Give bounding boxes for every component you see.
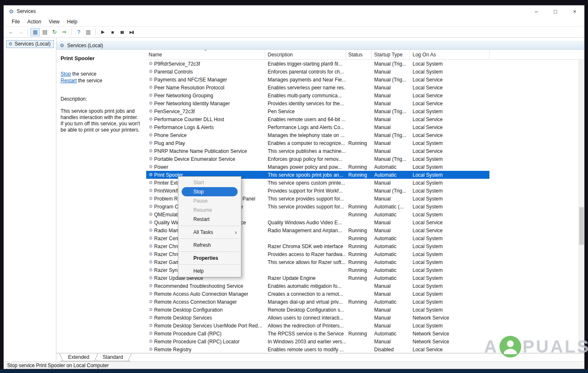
startup-type-cell: Manual (Trig... — [372, 156, 410, 162]
table-row[interactable]: ⚙Remote Procedure Call (RPC) LocatorIn W… — [146, 337, 489, 345]
service-gear-icon: ⚙ — [147, 165, 154, 169]
context-menu-item-stop[interactable]: Stop — [182, 187, 238, 196]
service-name: PenService_72c3f — [154, 109, 195, 114]
table-row[interactable]: ⚙Remote RegistryEnables remote users to … — [146, 345, 489, 353]
forward-icon[interactable]: → — [16, 28, 25, 36]
service-status-cell: Running — [346, 299, 372, 305]
tab-extended[interactable]: Extended — [61, 353, 97, 361]
service-description-cell: This service provides support for... — [265, 196, 346, 202]
menu-item-label: Resume — [193, 207, 212, 213]
menu-view[interactable]: View — [45, 18, 63, 25]
table-row[interactable]: ⚙Remote Access Auto Connection ManagerCr… — [146, 290, 489, 298]
service-name-cell: ⚙Remote Procedure Call (RPC) Locator — [146, 339, 265, 345]
startup-type-cell: Automatic — [372, 275, 410, 281]
startup-type-cell: Manual — [372, 85, 410, 91]
stop-service-link[interactable]: Stop — [61, 71, 71, 77]
table-row[interactable]: ⚙Portable Device Enumerator ServiceEnfor… — [146, 155, 489, 163]
context-menu-item-all-tasks[interactable]: All Tasks› — [178, 228, 241, 237]
title-bar[interactable]: ⚙ Services –□× — [4, 5, 584, 17]
service-name-cell: ⚙Remote Registry — [146, 347, 265, 353]
column-header-name[interactable]: Name^ — [146, 50, 265, 59]
service-status-cell: Running — [346, 275, 372, 281]
column-header-log-on-as[interactable]: Log On As — [410, 50, 489, 59]
stop-service-icon[interactable]: ■ — [108, 28, 117, 36]
context-menu-item-properties[interactable]: Properties — [178, 254, 241, 263]
service-name-cell: ⚙Performance Counter DLL Host — [146, 117, 265, 122]
service-name: Remote Desktop Configuration — [154, 307, 223, 313]
service-description-cell: Enforces group policy for remov... — [265, 156, 346, 162]
banner-label: Services (Local) — [67, 43, 103, 48]
startup-type-cell: Manual — [372, 140, 410, 146]
startup-type-cell: Manual — [372, 323, 410, 329]
column-header-status[interactable]: Status — [346, 50, 372, 59]
table-row[interactable]: ⚙Remote Desktop ServicesAllows users to … — [146, 314, 489, 322]
service-gear-icon: ⚙ — [147, 61, 154, 66]
tab-standard[interactable]: Standard — [95, 353, 131, 361]
startup-type-cell: Manual — [372, 307, 410, 313]
scrollbar-thumb[interactable] — [579, 207, 584, 245]
back-icon[interactable]: ← — [6, 28, 15, 36]
table-row[interactable]: ⚙Performance Logs & AlertsPerformance Lo… — [146, 123, 489, 131]
maximize-button[interactable]: □ — [546, 5, 565, 17]
table-row[interactable]: ⚙P9RdrService_72c3fEnables trigger-start… — [146, 60, 489, 68]
service-description: This service spools print jobs and handl… — [61, 108, 141, 133]
show-console-tree-icon[interactable]: ▦ — [30, 28, 40, 36]
table-row[interactable]: ⚙Phone ServiceManages the telephony stat… — [146, 131, 489, 139]
table-row[interactable]: ⚙Remote Desktop Services UserMode Port R… — [146, 322, 489, 330]
service-description-cell: Performance Logs and Alerts Co... — [265, 124, 346, 130]
context-menu-item-restart[interactable]: Restart — [178, 215, 241, 224]
console-tree-pane: ⚙ Services (Local) — [4, 38, 56, 361]
table-row[interactable]: ⚙Plug and PlayEnables a computer to reco… — [146, 139, 489, 147]
table-row[interactable]: ⚙Recommended Troubleshooting ServiceEnab… — [146, 282, 489, 290]
selected-service-title: Print Spooler — [61, 55, 142, 61]
service-name: Phone Service — [154, 132, 187, 138]
service-name: Power — [154, 164, 168, 170]
table-row[interactable]: ⚙Performance Counter DLL HostEnables rem… — [146, 115, 489, 123]
resume-service-icon[interactable]: ▶▮ — [127, 28, 136, 36]
export-list-icon[interactable]: ⇒ — [59, 28, 68, 36]
column-header-description[interactable]: Description — [265, 50, 346, 59]
table-row[interactable]: ⚙Remote Access Connection ManagerManages… — [146, 298, 489, 306]
pause-service-icon[interactable]: ▮▮ — [117, 28, 127, 36]
menu-action[interactable]: Action — [23, 18, 45, 25]
startup-type-cell: Automatic — [372, 172, 410, 178]
table-row[interactable]: ⚙Remote Procedure Call (RPC)The RPCSS se… — [146, 330, 489, 337]
table-row[interactable]: ⚙PNRP Machine Name Publication ServiceTh… — [146, 147, 489, 155]
service-status-cell: Running — [346, 236, 372, 241]
service-description-cell: Manages power policy and pow... — [265, 164, 346, 170]
service-status-cell: Running — [346, 259, 372, 265]
properties-icon[interactable]: ▤ — [40, 28, 49, 36]
log-on-as-cell: Local Service — [410, 93, 489, 99]
tree-root-services-local[interactable]: ⚙ Services (Local) — [6, 40, 54, 48]
startup-type-cell: Manual — [372, 117, 410, 122]
service-description-cell: Remote Desktop Configuration s... — [265, 307, 346, 313]
column-header-startup-type[interactable]: Startup Type — [372, 50, 410, 59]
context-menu-item-help[interactable]: Help — [178, 266, 241, 276]
help-icon[interactable]: ? — [74, 28, 83, 36]
context-menu-item-pause: Pause — [178, 196, 241, 206]
table-row[interactable]: ⚙PowerManages power policy and pow...Run… — [146, 163, 489, 171]
table-row[interactable]: ⚙Payments and NFC/SE ManagerManages paym… — [146, 76, 489, 84]
log-on-as-cell: Network Service — [410, 339, 489, 345]
table-row[interactable]: ⚙Parental ControlsEnforces parental cont… — [146, 68, 489, 76]
table-row[interactable]: ⚙Remote Desktop ConfigurationRemote Desk… — [146, 306, 489, 314]
refresh-icon[interactable]: ↻ — [50, 28, 59, 36]
table-row[interactable]: ⚙Peer Networking Identity ManagerProvide… — [146, 99, 489, 107]
log-on-as-cell: Local System — [410, 267, 489, 273]
startup-type-cell: Disabled — [372, 347, 410, 353]
start-service-icon[interactable]: ▶ — [98, 28, 107, 36]
show-action-pane-icon[interactable]: ▥ — [84, 28, 93, 36]
service-status-cell: Running — [346, 331, 372, 337]
vertical-scrollbar[interactable] — [578, 60, 584, 353]
context-menu-item-refresh[interactable]: Refresh — [178, 241, 241, 250]
menu-help[interactable]: Help — [63, 18, 81, 25]
services-window: ⚙ Services –□× FileActionViewHelp ←→▦▤↻⇒… — [3, 5, 585, 369]
menu-separator — [180, 226, 240, 226]
table-row[interactable]: ⚙Peer Name Resolution ProtocolEnables se… — [146, 84, 489, 91]
menu-file[interactable]: File — [8, 18, 23, 25]
close-button[interactable]: × — [565, 5, 584, 17]
minimize-button[interactable]: – — [527, 5, 546, 17]
restart-service-link[interactable]: Restart — [61, 78, 77, 84]
table-row[interactable]: ⚙Peer Networking GroupingEnables multi-p… — [146, 91, 489, 99]
table-row[interactable]: ⚙PenService_72c3fPen ServiceManual (Trig… — [146, 107, 489, 115]
